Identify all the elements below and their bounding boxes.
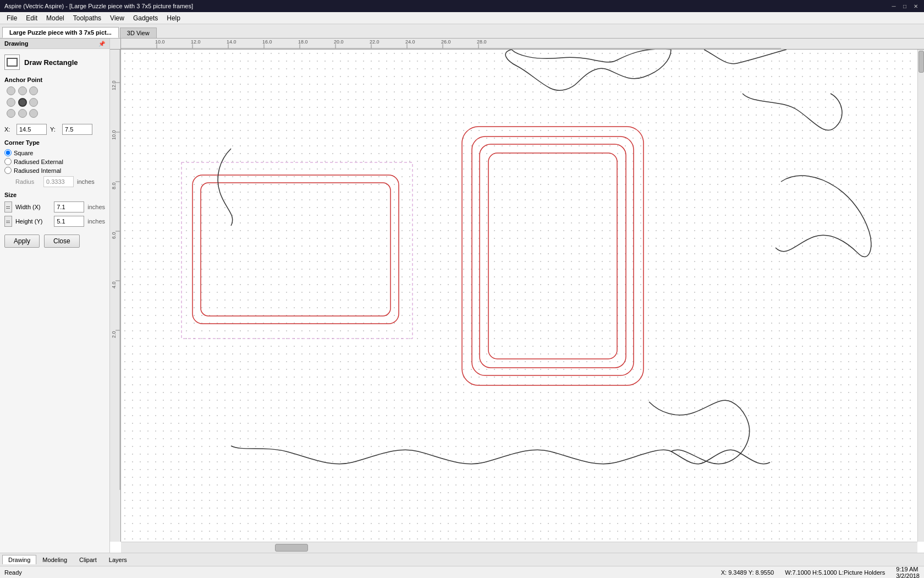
width-label: Width (X) <box>15 204 51 210</box>
tool-title: Draw Rectangle <box>24 58 78 67</box>
radio-radiused-int[interactable] <box>4 167 12 174</box>
menu-model[interactable]: Model <box>42 13 69 23</box>
tab-main[interactable]: Large Puzzle piece with 3 7x5 pict... <box>2 27 119 38</box>
width-unit: inches <box>87 204 105 210</box>
radio-radiused-ext[interactable] <box>4 158 12 165</box>
height-label: Height (Y) <box>15 218 51 225</box>
svg-text:4.0: 4.0 <box>111 281 117 288</box>
scrollbar-right[interactable] <box>917 50 924 542</box>
tab-3d[interactable]: 3D View <box>120 28 157 38</box>
height-unit: inches <box>87 218 105 225</box>
svg-text:10.0: 10.0 <box>155 39 165 45</box>
height-lock-icon[interactable]: ⚏ <box>4 216 12 227</box>
svg-rect-41 <box>488 153 617 359</box>
ruler-top: 10.0 12.0 14.0 16.0 18.0 20.0 22.0 24.0 … <box>121 39 924 50</box>
menu-view[interactable]: View <box>106 13 129 23</box>
status-bar: Ready X: 9.3489 Y: 8.9550 W:7.1000 H:5.1… <box>0 566 924 578</box>
bottom-tab-layers[interactable]: Layers <box>103 555 133 565</box>
tool-header: Draw Rectangle <box>4 54 105 70</box>
svg-rect-39 <box>472 137 634 375</box>
corner-type-group: Square Radiused External Radiused Intern… <box>4 149 105 174</box>
radio-radiused-ext-label: Radiused External <box>14 159 63 165</box>
radio-square-row: Square <box>4 149 105 156</box>
radio-radiused-int-label: Radiused Internal <box>14 167 61 174</box>
svg-text:24.0: 24.0 <box>405 39 415 45</box>
close-button[interactable]: Close <box>44 235 80 248</box>
apply-button[interactable]: Apply <box>4 235 40 248</box>
menu-toolpaths[interactable]: Toolpaths <box>69 13 106 23</box>
svg-text:8.0: 8.0 <box>111 182 117 189</box>
height-row: ⚏ Height (Y) inches <box>4 216 105 227</box>
height-input[interactable] <box>54 216 84 227</box>
anchor-bl[interactable] <box>7 109 15 118</box>
close-icon[interactable]: ✕ <box>912 2 920 10</box>
y-label: Y: <box>50 126 59 133</box>
canvas-area[interactable]: 10.0 12.0 14.0 16.0 18.0 20.0 22.0 24.0 … <box>110 39 924 553</box>
radio-square-label: Square <box>14 150 33 156</box>
button-row: Apply Close <box>4 235 105 248</box>
status-datetime: 9:19 AM 3/2/2018 <box>896 566 920 579</box>
svg-text:18.0: 18.0 <box>298 39 308 45</box>
bottom-tab-modeling[interactable]: Modeling <box>36 555 73 565</box>
menu-edit[interactable]: Edit <box>21 13 42 23</box>
width-lock-icon[interactable]: ⚏ <box>4 201 12 212</box>
width-input[interactable] <box>54 201 84 212</box>
bottom-tab-clipart[interactable]: Clipart <box>73 555 103 565</box>
svg-rect-0 <box>7 58 17 66</box>
panel-pin-icon[interactable]: 📌 <box>98 41 105 47</box>
svg-text:16.0: 16.0 <box>262 39 272 45</box>
left-panel: Drawing 📌 Draw Rectangle Anchor Point <box>0 39 110 553</box>
menu-help[interactable]: Help <box>162 13 185 23</box>
status-ready: Ready <box>4 569 22 576</box>
radio-radiused-ext-row: Radiused External <box>4 158 105 165</box>
minimize-icon[interactable]: ─ <box>890 2 898 10</box>
x-input[interactable] <box>16 124 47 135</box>
x-label: X: <box>4 126 13 133</box>
svg-rect-38 <box>462 127 644 385</box>
svg-rect-40 <box>480 144 626 368</box>
anchor-tl[interactable] <box>7 86 15 95</box>
anchor-point-label: Anchor Point <box>4 77 105 83</box>
bottom-tabs: Drawing Modeling Clipart Layers <box>0 553 924 566</box>
anchor-tc[interactable] <box>18 86 27 95</box>
tab-bar: Large Puzzle piece with 3 7x5 pict... 3D… <box>0 24 924 39</box>
anchor-tr[interactable] <box>29 86 38 95</box>
svg-text:12.0: 12.0 <box>111 80 117 90</box>
radio-radiused-int-row: Radiused Internal <box>4 167 105 174</box>
svg-rect-37 <box>201 183 391 316</box>
svg-rect-35 <box>182 162 413 339</box>
content-area: Drawing 📌 Draw Rectangle Anchor Point <box>0 39 924 553</box>
anchor-ml[interactable] <box>7 98 15 107</box>
svg-text:12.0: 12.0 <box>191 39 201 45</box>
ruler-left: 12.0 10.0 8.0 6.0 4.0 2.0 <box>110 50 121 542</box>
restore-icon[interactable]: □ <box>901 2 909 10</box>
status-coords: X: 9.3489 Y: 8.9550 <box>721 569 774 576</box>
corner-type-label: Corner Type <box>4 139 105 146</box>
menu-bar: File Edit Model Toolpaths View Gadgets H… <box>0 12 924 24</box>
anchor-br[interactable] <box>29 109 38 118</box>
scrollbar-bottom[interactable] <box>121 542 917 553</box>
canvas-svg <box>121 50 917 542</box>
menu-gadgets[interactable]: Gadgets <box>129 13 162 23</box>
radio-square[interactable] <box>4 149 12 156</box>
drawing-section-label: Drawing 📌 <box>0 39 109 49</box>
scrollbar-thumb[interactable] <box>275 544 308 552</box>
y-input[interactable] <box>62 124 92 135</box>
anchor-mc[interactable] <box>18 98 27 107</box>
anchor-bc[interactable] <box>18 109 27 118</box>
svg-text:28.0: 28.0 <box>477 39 487 45</box>
svg-text:14.0: 14.0 <box>227 39 237 45</box>
radius-input[interactable] <box>43 176 74 187</box>
bottom-tab-drawing[interactable]: Drawing <box>2 555 36 564</box>
svg-text:10.0: 10.0 <box>111 130 117 140</box>
canvas-content[interactable] <box>121 50 917 542</box>
title-bar: Aspire (Vectric Aspire) - [Large Puzzle … <box>0 0 924 12</box>
width-row: ⚏ Width (X) inches <box>4 201 105 212</box>
menu-file[interactable]: File <box>2 13 21 23</box>
anchor-mr[interactable] <box>29 98 38 107</box>
svg-text:6.0: 6.0 <box>111 232 117 239</box>
svg-text:2.0: 2.0 <box>111 331 117 338</box>
ruler-corner <box>110 39 121 50</box>
radius-unit: inches <box>77 178 95 185</box>
anchor-grid <box>7 86 40 119</box>
